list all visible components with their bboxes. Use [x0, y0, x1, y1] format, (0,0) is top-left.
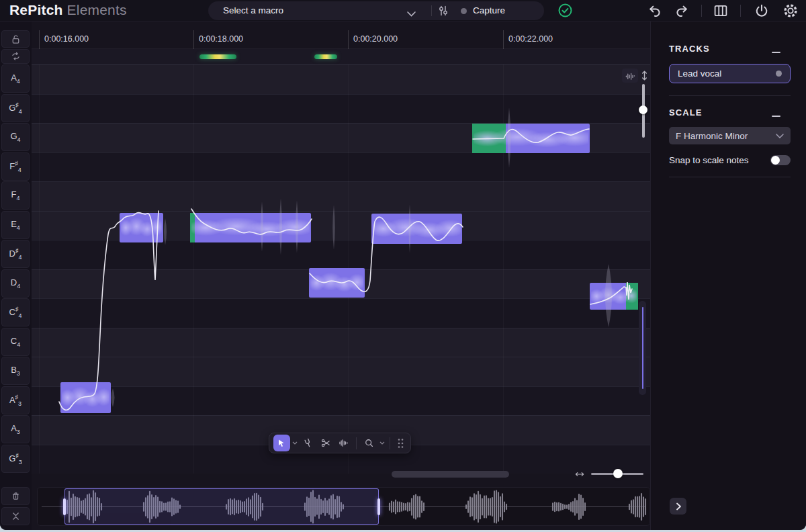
selection-end-handle[interactable] [377, 498, 380, 515]
note-key-F4[interactable]: F4 [1, 181, 30, 210]
note-key-label: G♯4 [9, 101, 22, 115]
settings-gear-icon[interactable] [782, 3, 799, 19]
note-key-label: D♯4 [9, 247, 22, 261]
ruler-tick: 0:00:18.000 [193, 30, 194, 49]
grid-row-Gs4[interactable] [32, 94, 650, 124]
toolbar-drag-handle[interactable] [394, 435, 406, 451]
scale-section-title: SCALE [669, 107, 703, 118]
expand-panel-button[interactable] [670, 498, 686, 515]
vertical-scrollbar-thumb[interactable] [642, 307, 643, 389]
divider [356, 437, 357, 449]
chevron-down-icon [776, 134, 784, 138]
waveform-view-icon[interactable] [622, 69, 638, 83]
note-key-As3[interactable]: A♯3 [1, 386, 30, 414]
macro-sliders-icon[interactable] [437, 4, 451, 17]
note-key-Fs4[interactable]: F♯4 [1, 152, 30, 181]
audio-overview-strip[interactable] [37, 487, 650, 526]
divider [740, 5, 741, 17]
confirm-check-icon[interactable] [557, 3, 573, 18]
power-icon[interactable] [754, 3, 770, 19]
horizontal-zoom-slider-knob[interactable] [613, 469, 623, 478]
note-key-Gs4[interactable]: G♯4 [1, 94, 30, 122]
ruler-time-label: 0:00:16.000 [44, 34, 89, 44]
capture-status-dot [461, 8, 467, 14]
grid-row-C4[interactable] [32, 328, 650, 357]
grid-row-B3[interactable] [32, 357, 650, 386]
waveform-tool-button[interactable] [335, 435, 352, 451]
note-key-A3[interactable]: A3 [1, 415, 30, 443]
loop-icon[interactable] [1, 49, 30, 64]
brand-light: Elements [67, 2, 127, 17]
note-block-E4[interactable] [190, 213, 311, 242]
snap-to-scale-label: Snap to scale notes [669, 155, 749, 165]
note-key-Cs4[interactable]: C♯4 [1, 298, 30, 326]
transition-region [472, 124, 506, 153]
redo-icon[interactable] [674, 3, 690, 19]
tracks-collapse-button[interactable] [772, 48, 781, 57]
note-key-D4[interactable]: D4 [1, 269, 30, 298]
note-key-A4[interactable]: A4 [1, 64, 30, 93]
note-key-B3[interactable]: B3 [1, 357, 30, 385]
layout-columns-icon[interactable] [713, 3, 729, 19]
note-key-E4[interactable]: E4 [1, 211, 30, 239]
note-block-D4[interactable] [309, 268, 365, 298]
note-key-C4[interactable]: C4 [1, 328, 30, 356]
block-waveform [121, 215, 162, 240]
note-key-G4[interactable]: G4 [1, 123, 30, 151]
capture-strip [32, 49, 650, 64]
note-key-label: D4 [11, 277, 20, 290]
vertical-scrollbar[interactable] [639, 301, 646, 395]
track-label: Lead vocal [678, 69, 776, 79]
note-key-label: G4 [10, 131, 20, 143]
note-key-label: A♯3 [9, 394, 21, 407]
grid-row-Cs4[interactable] [32, 298, 650, 328]
trash-icon[interactable] [1, 487, 30, 505]
note-key-label: F4 [11, 189, 20, 202]
horizontal-scrollbar-thumb[interactable] [392, 471, 509, 478]
scissors-tool-button[interactable] [318, 435, 334, 451]
grid-row-Ds4[interactable] [32, 240, 650, 269]
lock-icon[interactable] [1, 30, 30, 48]
capture-button[interactable]: Capture [473, 5, 505, 15]
divider [390, 437, 390, 449]
note-key-label: C♯4 [9, 306, 22, 319]
divider [669, 177, 791, 177]
track-item-lead-vocal[interactable]: Lead vocal [669, 64, 791, 83]
transition-region [190, 213, 195, 242]
note-block-G4[interactable] [472, 124, 590, 153]
vertical-zoom-icon[interactable] [639, 69, 650, 82]
pitch-editor-stage: 0:00:16.0000:00:18.0000:00:20.0000:00:22… [32, 21, 650, 530]
selection-start-handle[interactable] [63, 498, 66, 515]
block-waveform [310, 270, 363, 296]
grid-row-Fs4[interactable] [32, 152, 650, 182]
ruler-tick: 0:00:20.000 [348, 30, 349, 49]
track-status-dot [776, 71, 782, 77]
grid-row-F4[interactable] [32, 181, 650, 211]
overview-selection-region[interactable] [64, 488, 379, 525]
grid-row-A4[interactable] [32, 64, 650, 94]
select-tool-chevron-icon[interactable] [292, 435, 298, 451]
block-waveform [373, 216, 461, 242]
chevron-down-icon[interactable] [407, 7, 416, 19]
macro-select[interactable]: Select a macro [223, 5, 283, 15]
transition-region [626, 283, 638, 310]
grid-row-As3[interactable] [32, 386, 650, 416]
pitch-fork-tool-button[interactable] [300, 435, 316, 451]
note-block-E4[interactable] [120, 213, 163, 242]
note-key-Gs3[interactable]: G♯3 [1, 445, 30, 473]
snap-to-scale-toggle[interactable] [770, 155, 791, 165]
note-block-E4[interactable] [371, 214, 462, 244]
zoom-tool-chevron-icon[interactable] [379, 435, 386, 451]
note-key-label: F♯4 [9, 160, 21, 173]
scale-dropdown[interactable]: F Harmonic Minor [669, 127, 791, 144]
trim-icon[interactable] [1, 507, 30, 525]
zoom-tool-button[interactable] [361, 435, 377, 451]
note-block-A#3[interactable] [60, 382, 111, 413]
scale-collapse-button[interactable] [772, 112, 781, 121]
vertical-zoom-slider-knob[interactable] [639, 105, 647, 114]
time-ruler[interactable]: 0:00:16.0000:00:18.0000:00:20.0000:00:22… [32, 30, 650, 49]
note-block-D4[interactable] [590, 283, 638, 310]
select-tool-button[interactable] [273, 435, 290, 451]
note-key-Ds4[interactable]: D♯4 [1, 240, 30, 268]
undo-icon[interactable] [647, 3, 663, 19]
